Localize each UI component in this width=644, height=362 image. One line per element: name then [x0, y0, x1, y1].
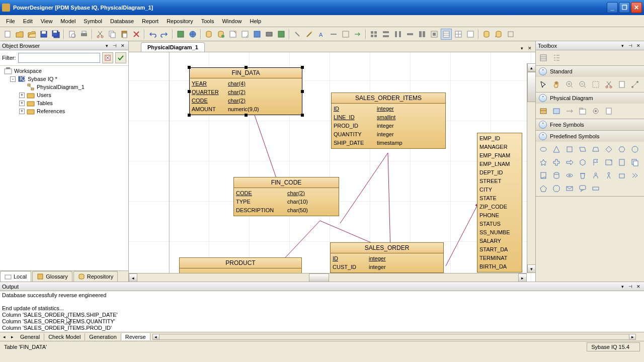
diagram-tab[interactable]: PhysicalDiagram_1	[141, 42, 205, 52]
cut2-icon[interactable]	[603, 79, 614, 90]
view-icon[interactable]	[551, 106, 562, 117]
save-icon[interactable]	[38, 29, 49, 40]
connector-icon[interactable]	[629, 79, 640, 90]
scrollbar-horizontal[interactable]: ◂ ▸	[129, 273, 527, 282]
close-button[interactable]: ✕	[631, 2, 642, 13]
callout-icon[interactable]	[577, 183, 588, 194]
open2-icon[interactable]	[26, 29, 37, 40]
menu-model[interactable]: Model	[56, 17, 79, 25]
tree-references[interactable]: +References	[1, 107, 127, 115]
menu-repository[interactable]: Repository	[163, 17, 197, 25]
hand-icon[interactable]	[551, 79, 562, 90]
entity-fin-code[interactable]: FIN_CODE CODEchar(2)TYPEchar(10)DESCRIPT…	[233, 177, 339, 216]
menu-file[interactable]: File	[2, 17, 19, 25]
woman-icon[interactable]	[603, 170, 614, 181]
tree-users[interactable]: +Users	[1, 91, 127, 99]
delete-icon[interactable]	[131, 29, 142, 40]
flag-icon[interactable]	[590, 157, 601, 168]
menu-window[interactable]: Window	[218, 17, 246, 25]
square-icon[interactable]	[564, 144, 575, 155]
menu-edit[interactable]: Edit	[19, 17, 37, 25]
diagram-dropdown-icon[interactable]: ▾	[518, 45, 525, 52]
menu-view[interactable]: View	[37, 17, 57, 25]
new-icon[interactable]	[2, 29, 13, 40]
arrow-icon[interactable]	[352, 29, 363, 40]
db1-icon[interactable]	[203, 29, 214, 40]
octagon-icon[interactable]	[551, 183, 562, 194]
parallelogram-icon[interactable]	[577, 144, 588, 155]
db4-icon[interactable]	[239, 29, 251, 40]
doc3-icon[interactable]	[538, 170, 549, 181]
output-tab-general[interactable]: General	[16, 333, 44, 340]
zoom-out-icon[interactable]	[577, 79, 588, 90]
gear2-icon[interactable]	[590, 106, 601, 117]
grid7-icon[interactable]	[441, 29, 452, 40]
menu-database[interactable]: Database	[106, 17, 138, 25]
toolbox-pin-icon[interactable]: ⊣	[627, 42, 634, 49]
ob-tab-local[interactable]: Local	[0, 271, 31, 282]
grid5-icon[interactable]	[417, 29, 428, 40]
grid3-icon[interactable]	[392, 29, 404, 40]
menu-symbol[interactable]: Symbol	[79, 17, 106, 25]
db-rev-icon[interactable]	[493, 29, 504, 40]
toolbox-close-icon[interactable]: ✕	[635, 42, 642, 49]
package-icon[interactable]	[577, 106, 588, 117]
scrollbar-vertical[interactable]: ▴ ▾	[527, 63, 535, 273]
cross-icon[interactable]	[551, 157, 562, 168]
output-tab-generation[interactable]: Generation	[85, 333, 121, 340]
maximize-button[interactable]: ❐	[619, 2, 630, 13]
diagram-close-icon[interactable]: ✕	[526, 45, 533, 52]
print-icon[interactable]	[78, 29, 90, 40]
lasso-icon[interactable]	[590, 79, 601, 90]
db-go-icon[interactable]	[481, 29, 492, 40]
grid8-icon[interactable]	[453, 29, 464, 40]
output-pin-icon[interactable]: ⊣	[627, 283, 634, 290]
db-extra-icon[interactable]	[505, 29, 516, 40]
db7-icon[interactable]	[276, 29, 287, 40]
tree-diagram[interactable]: PhysicalDiagram_1	[1, 83, 127, 91]
output-tab-check[interactable]: Check Model	[44, 333, 85, 340]
db3-icon[interactable]	[227, 29, 238, 40]
grid6-icon[interactable]	[429, 29, 440, 40]
docs-icon[interactable]	[629, 157, 640, 168]
entity-employee[interactable]: EMP_IDMANAGEREMP_FNAMEMP_LNAMDEPT_IDSTRE…	[477, 133, 522, 273]
toolbox-dropdown-icon[interactable]: ▾	[619, 42, 626, 49]
db5-icon[interactable]	[252, 29, 263, 40]
entity-fin-data[interactable]: FIN_DATA YEARchar(4)QUARTERchar(2)CODEch…	[189, 67, 302, 115]
doc2-icon[interactable]	[616, 157, 627, 168]
box-icon[interactable]	[616, 170, 627, 181]
paste-icon[interactable]	[119, 29, 130, 40]
font-icon[interactable]: A	[316, 29, 327, 40]
close-panel-icon[interactable]: ✕	[119, 42, 126, 49]
trapezoid-icon[interactable]	[590, 144, 601, 155]
pin-icon[interactable]: ⊣	[111, 42, 118, 49]
cube-icon[interactable]	[577, 157, 588, 168]
pentagon-icon[interactable]	[538, 183, 549, 194]
grid2-icon[interactable]	[380, 29, 391, 40]
ob-tab-repository[interactable]: Repository	[73, 271, 118, 282]
globe-icon[interactable]	[187, 29, 198, 40]
output-tab-reverse[interactable]: Reverse	[121, 333, 150, 340]
envelope-icon[interactable]	[564, 183, 575, 194]
collapse-icon[interactable]: ˄	[539, 132, 547, 140]
rect2-icon[interactable]	[590, 183, 601, 194]
save-all-icon[interactable]	[50, 29, 61, 40]
output-dropdown-icon[interactable]: ▾	[619, 283, 626, 290]
tab-nav-prev-icon[interactable]: ▸	[8, 333, 16, 341]
diamond-icon[interactable]	[603, 144, 614, 155]
cut-icon[interactable]	[95, 29, 106, 40]
table-icon[interactable]	[538, 106, 549, 117]
entity-sales-order[interactable]: SALES_ORDER IDintegerCUST_IDinteger	[330, 242, 444, 273]
menu-report[interactable]: Report	[138, 17, 163, 25]
tree-workspace[interactable]: Workspace	[1, 67, 127, 75]
open-icon[interactable]	[14, 29, 25, 40]
hexagon-icon[interactable]	[616, 144, 627, 155]
db2-icon[interactable]	[215, 29, 226, 40]
file-icon[interactable]	[603, 106, 614, 117]
redo-icon[interactable]	[159, 29, 170, 40]
preview-icon[interactable]	[66, 29, 77, 40]
collapse-icon[interactable]: ˄	[539, 121, 547, 129]
menu-help[interactable]: Help	[246, 17, 266, 25]
grid1-icon[interactable]	[368, 29, 379, 40]
link-icon[interactable]	[292, 29, 303, 40]
